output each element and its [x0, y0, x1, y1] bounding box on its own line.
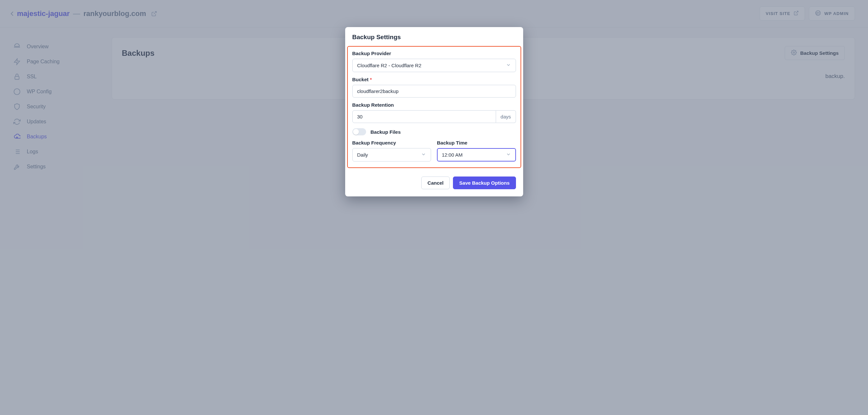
save-backup-options-button[interactable]: Save Backup Options — [453, 176, 516, 189]
field-frequency: Backup Frequency Daily — [352, 140, 431, 162]
cancel-button[interactable]: Cancel — [421, 176, 450, 189]
chevron-down-icon — [421, 152, 426, 158]
backup-provider-label: Backup Provider — [352, 50, 516, 56]
time-label: Backup Time — [437, 140, 516, 145]
frequency-select[interactable]: Daily — [352, 148, 431, 162]
backup-provider-value: Cloudflare R2 - Cloudflare R2 — [357, 63, 422, 68]
chevron-down-icon — [506, 152, 511, 158]
field-bucket: Bucket * — [352, 77, 516, 98]
time-select[interactable]: 12:00 AM — [437, 148, 516, 162]
backup-provider-select[interactable]: Cloudflare R2 - Cloudflare R2 — [352, 59, 516, 72]
bucket-label: Bucket * — [352, 77, 516, 82]
modal-body: Backup Provider Cloudflare R2 - Cloudfla… — [347, 46, 521, 168]
time-value: 12:00 AM — [442, 152, 462, 158]
frequency-label: Backup Frequency — [352, 140, 431, 145]
backup-files-toggle[interactable] — [352, 128, 366, 135]
bucket-label-text: Bucket — [352, 77, 369, 82]
modal-footer: Cancel Save Backup Options — [345, 173, 523, 197]
bucket-input[interactable] — [352, 85, 516, 98]
modal-title: Backup Settings — [345, 27, 523, 43]
field-time: Backup Time 12:00 AM — [437, 140, 516, 162]
retention-unit: days — [496, 110, 516, 123]
field-backup-files: Backup Files — [352, 128, 516, 135]
frequency-value: Daily — [357, 152, 368, 158]
field-backup-provider: Backup Provider Cloudflare R2 - Cloudfla… — [352, 50, 516, 72]
retention-input[interactable] — [352, 110, 496, 123]
backup-files-label: Backup Files — [371, 129, 401, 135]
chevron-down-icon — [506, 62, 511, 69]
backup-settings-modal: Backup Settings Backup Provider Cloudfla… — [345, 27, 523, 197]
retention-label: Backup Retention — [352, 102, 516, 108]
modal-overlay[interactable]: Backup Settings Backup Provider Cloudfla… — [0, 0, 868, 415]
required-asterisk: * — [370, 77, 372, 82]
field-retention: Backup Retention days — [352, 102, 516, 123]
